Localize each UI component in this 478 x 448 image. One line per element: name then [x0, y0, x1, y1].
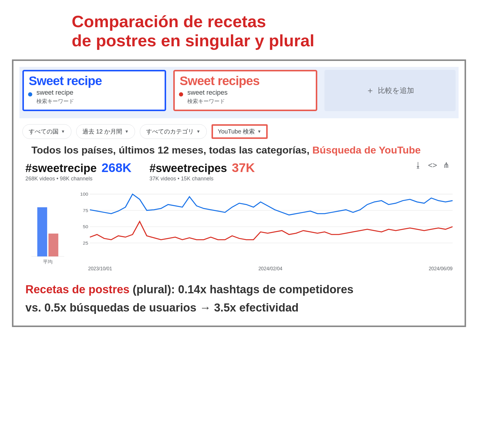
page-title: Comparación de recetasde postres en sing… [72, 12, 466, 50]
share-icon[interactable]: ⋔ [443, 161, 450, 170]
filter-search-type[interactable]: YouTube 検索▼ [212, 124, 268, 139]
chevron-down-icon: ▼ [196, 129, 200, 134]
series-dot-icon [28, 92, 32, 96]
term-card-sweet-recipe[interactable]: Sweet recipe sweet recipe 検索キーワード [22, 70, 166, 111]
series-dot-icon [179, 92, 183, 96]
filter-summary: Todos los países, últimos 12 meses, toda… [19, 144, 459, 161]
term-annotation: Sweet recipe [29, 74, 160, 88]
chevron-down-icon: ▼ [61, 129, 65, 134]
chevron-down-icon: ▼ [257, 129, 261, 134]
svg-rect-1 [48, 234, 58, 257]
svg-text:100: 100 [80, 191, 88, 197]
term-text: sweet recipe [36, 89, 160, 96]
trends-chart: 平均 255075100 2023/10/012024/02/042024/06… [19, 185, 459, 271]
hashtag-sweetrecipe: #sweetrecipe 268K 268K videos • 98K chan… [25, 161, 131, 182]
download-icon[interactable]: ⭳ [414, 161, 422, 170]
trend-line-chart: 255075100 [76, 191, 453, 263]
trends-panel: Sweet recipe sweet recipe 検索キーワード Sweet … [12, 59, 466, 327]
hashtag-sweetrecipes: #sweetrecipes 37K 37K videos • 15K chann… [149, 161, 255, 182]
term-text: sweet recipes [187, 89, 311, 96]
term-card-sweet-recipes[interactable]: Sweet recipes sweet recipes 検索キーワード [173, 70, 317, 111]
term-type: 検索キーワード [36, 98, 160, 105]
chevron-down-icon: ▼ [125, 129, 129, 134]
plus-icon: ＋ [366, 85, 374, 96]
filter-period[interactable]: 過去 12 か月間▼ [76, 124, 135, 139]
chart-actions: ⭳ <> ⋔ [414, 161, 453, 170]
svg-rect-0 [37, 207, 47, 257]
x-axis-labels: 2023/10/012024/02/042024/06/09 [76, 264, 453, 271]
compare-row: Sweet recipe sweet recipe 検索キーワード Sweet … [19, 67, 459, 118]
embed-icon[interactable]: <> [428, 161, 437, 170]
filter-row: すべての国▼ 過去 12 か月間▼ すべてのカテゴリ▼ YouTube 検索▼ [19, 118, 459, 144]
term-type: 検索キーワード [187, 98, 311, 105]
svg-text:25: 25 [83, 240, 88, 246]
conclusion: Recetas de postres (plural): 0.14x hasht… [19, 271, 459, 317]
filter-category[interactable]: すべてのカテゴリ▼ [140, 124, 207, 139]
filter-country[interactable]: すべての国▼ [22, 124, 71, 139]
svg-text:50: 50 [83, 224, 88, 229]
avg-bar-chart [31, 191, 64, 257]
add-comparison-button[interactable]: ＋ 比較を追加 [324, 70, 456, 111]
hashtag-stats: #sweetrecipe 268K 268K videos • 98K chan… [19, 161, 459, 185]
avg-label: 平均 [43, 259, 53, 265]
term-annotation: Sweet recipes [180, 74, 311, 88]
svg-text:75: 75 [83, 208, 88, 213]
